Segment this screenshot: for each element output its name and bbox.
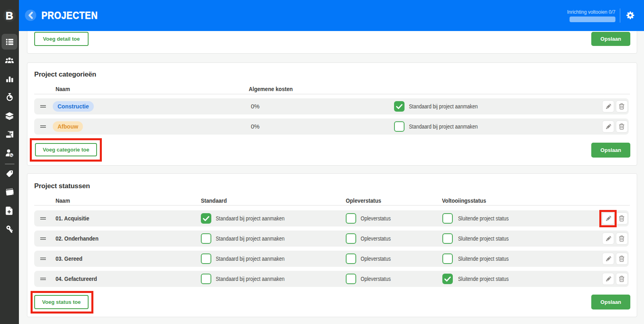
svg-text:%: % <box>10 153 13 157</box>
